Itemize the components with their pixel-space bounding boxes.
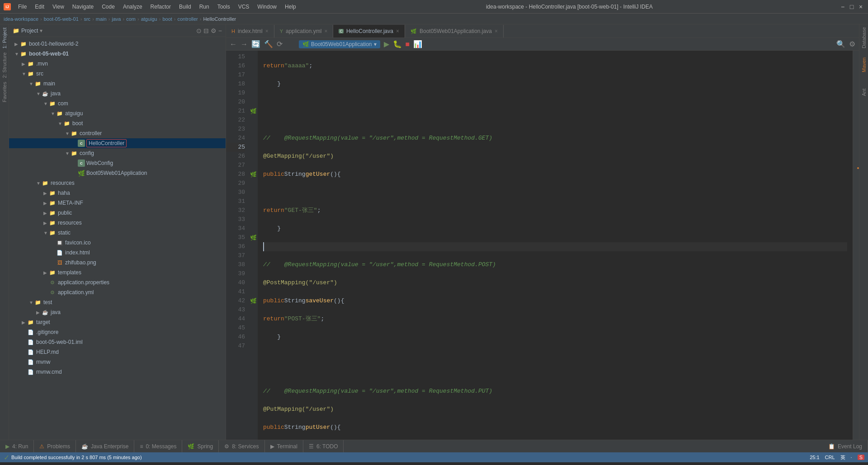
menu-window[interactable]: Window	[254, 3, 280, 11]
tree-item-controller[interactable]: ▼ 📁 controller	[9, 128, 226, 138]
caret-position[interactable]: 25:1	[810, 455, 819, 460]
debug-btn[interactable]: 🐛	[393, 40, 402, 48]
tree-item-test[interactable]: ▼ 📁 test	[9, 297, 226, 307]
breadcrumb-part-3[interactable]: main	[96, 16, 107, 22]
bottom-tab-messages[interactable]: ≡ 0: Messages	[134, 440, 182, 453]
settings-icon[interactable]: ⚙	[211, 27, 217, 34]
tree-item-templates[interactable]: ▶ 📁 templates	[9, 268, 226, 277]
code-body[interactable]: return "aaaaa"; } // @RequestMapping(val…	[258, 51, 853, 440]
tab-close-appyml[interactable]: ×	[324, 28, 327, 34]
close-button[interactable]: ×	[857, 3, 864, 10]
run-config-selector[interactable]: 🌿 Boot05Web01Application ▾	[299, 40, 380, 48]
tree-item-haha[interactable]: ▶ 📁 haha	[9, 188, 226, 198]
tree-item-appyml[interactable]: ▶ ⚙ application.yml	[9, 287, 226, 297]
sync-btn[interactable]: ⟳	[277, 40, 283, 48]
tree-item-gitignore[interactable]: ▶ 📄 .gitignore	[9, 327, 226, 337]
project-dropdown-chevron[interactable]: ▾	[40, 28, 42, 34]
menu-build[interactable]: Build	[175, 3, 195, 11]
line-ending[interactable]: CRL	[825, 455, 835, 460]
spring-gutter-icon-42[interactable]: 🌿	[250, 298, 257, 304]
breadcrumb-part-0[interactable]: idea-workspace	[4, 16, 38, 22]
search-everywhere-btn[interactable]: 🔍	[836, 40, 845, 48]
refresh-btn[interactable]: 🔄	[251, 40, 260, 48]
tree-item-resources-nested[interactable]: ▶ 📁 resources	[9, 218, 226, 228]
tree-item-bootapp[interactable]: ▶ 🌿 Boot05Web01Application	[9, 168, 226, 178]
maximize-button[interactable]: □	[848, 3, 855, 10]
tree-item-boot05[interactable]: ▼ 📁 boot-05-web-01	[9, 49, 226, 59]
minimize-button[interactable]: −	[839, 3, 846, 10]
stop-btn[interactable]: ■	[406, 40, 410, 48]
tree-item-java[interactable]: ▼ ☕ java	[9, 89, 226, 99]
menu-file[interactable]: File	[14, 3, 30, 11]
tree-item-index-html[interactable]: ▶ 📄 index.html	[9, 248, 226, 258]
breadcrumb-part-1[interactable]: boot-05-web-01	[44, 16, 79, 22]
breadcrumb-part-5[interactable]: com	[126, 16, 136, 22]
tree-item-boot01[interactable]: ▶ 📁 boot-01-helloworld-2	[9, 39, 226, 49]
tree-item-resources-main[interactable]: ▼ 📁 resources	[9, 178, 226, 188]
tab-close-bootapp[interactable]: ×	[495, 28, 498, 34]
tree-item-zhifubao[interactable]: ▶ 🖼 zhifubao.png	[9, 258, 226, 268]
sidebar-tab-bookmarks[interactable]: Favorites	[0, 79, 9, 106]
breadcrumb-part-6[interactable]: atguigu	[141, 16, 157, 22]
spring-gutter-icon-28[interactable]: 🌿	[250, 171, 257, 178]
bottom-tab-problems[interactable]: ⚠ Problems	[34, 440, 76, 453]
hide-icon[interactable]: −	[218, 27, 222, 34]
tree-item-target[interactable]: ▶ 📁 target	[9, 317, 226, 327]
menu-analyze[interactable]: Analyze	[119, 3, 146, 11]
bottom-tab-services[interactable]: ⚙ 8: Services	[219, 440, 264, 453]
tree-item-appprops[interactable]: ▶ ⚙ application.properties	[9, 277, 226, 287]
bottom-tab-terminal[interactable]: ▶ Terminal	[265, 440, 303, 453]
tree-item-favicon[interactable]: ▶ 🔲 favicon.ico	[9, 238, 226, 248]
forward-btn[interactable]: →	[241, 40, 248, 48]
breadcrumb-part-7[interactable]: boot	[162, 16, 172, 22]
tree-item-mvnwcmd[interactable]: ▶ 📄 mvnw.cmd	[9, 367, 226, 377]
tree-item-src[interactable]: ▼ 📁 src	[9, 69, 226, 79]
right-tab-maven[interactable]: Maven	[859, 52, 868, 79]
build-btn[interactable]: 🔨	[264, 40, 273, 48]
menu-code[interactable]: Code	[98, 3, 118, 11]
bottom-tab-run[interactable]: ▶ 4: Run	[0, 440, 34, 453]
tab-appyml[interactable]: Y application.yml ×	[274, 25, 334, 38]
tree-item-webconfig[interactable]: ▶ C WebConfig	[9, 158, 226, 168]
right-tab-database[interactable]: Database	[859, 24, 868, 52]
menu-tools[interactable]: Tools	[214, 3, 234, 11]
tree-item-hellocontroller[interactable]: ▶ C HelloController	[9, 138, 226, 148]
tab-hellocontroller[interactable]: C HelloController.java ×	[333, 25, 405, 38]
bottom-tab-eventlog[interactable]: 📋 Event Log	[823, 440, 868, 453]
breadcrumb-part-2[interactable]: src	[84, 16, 90, 22]
tree-item-iml[interactable]: ▶ 📄 boot-05-web-01.iml	[9, 337, 226, 347]
menu-edit[interactable]: Edit	[31, 3, 48, 11]
menu-navigate[interactable]: Navigate	[69, 3, 97, 11]
menu-run[interactable]: Run	[196, 3, 213, 11]
spring-gutter-icon-35[interactable]: 🌿	[250, 235, 257, 241]
scope-icon[interactable]: ⊙	[196, 27, 202, 34]
tree-item-main[interactable]: ▼ 📁 main	[9, 79, 226, 89]
breadcrumb-part-4[interactable]: java	[112, 16, 121, 22]
spring-gutter-icon-21[interactable]: 🌿	[250, 108, 257, 114]
tab-index-html[interactable]: H index.html ×	[226, 25, 274, 38]
bottom-tab-todo[interactable]: ☰ 6: TODO	[303, 440, 344, 453]
menu-help[interactable]: Help	[281, 3, 300, 11]
tree-item-metainf[interactable]: ▶ 📁 META-INF	[9, 198, 226, 208]
tab-close-hello[interactable]: ×	[396, 28, 399, 34]
tree-item-mvnw[interactable]: ▶ 📄 mvnw	[9, 357, 226, 367]
menu-vcs[interactable]: VCS	[235, 3, 253, 11]
right-tab-ant[interactable]: Ant	[859, 79, 868, 106]
sidebar-tab-project[interactable]: 1: Project	[0, 24, 9, 52]
menu-view[interactable]: View	[49, 3, 68, 11]
coverage-btn[interactable]: 📊	[413, 40, 422, 48]
tab-close-index[interactable]: ×	[265, 28, 269, 34]
tree-item-com[interactable]: ▼ 📁 com	[9, 99, 226, 108]
tree-item-atguigu[interactable]: ▼ 📁 atguigu	[9, 108, 226, 118]
tree-item-public[interactable]: ▶ 📁 public	[9, 208, 226, 218]
back-btn[interactable]: ←	[230, 40, 237, 48]
tree-item-mvn[interactable]: ▶ 📁 .mvn	[9, 59, 226, 69]
collapse-icon[interactable]: ⊟	[203, 27, 209, 34]
tree-item-boot[interactable]: ▼ 📁 boot	[9, 118, 226, 128]
breadcrumb-part-8[interactable]: controller	[177, 16, 198, 22]
tree-item-config[interactable]: ▼ 📁 config	[9, 148, 226, 158]
tree-item-test-java[interactable]: ▶ ☕ java	[9, 307, 226, 317]
bottom-tab-java-enterprise[interactable]: ☕ Java Enterprise	[76, 440, 134, 453]
tree-item-static[interactable]: ▼ 📁 static	[9, 228, 226, 238]
menu-refactor[interactable]: Refactor	[147, 3, 175, 11]
